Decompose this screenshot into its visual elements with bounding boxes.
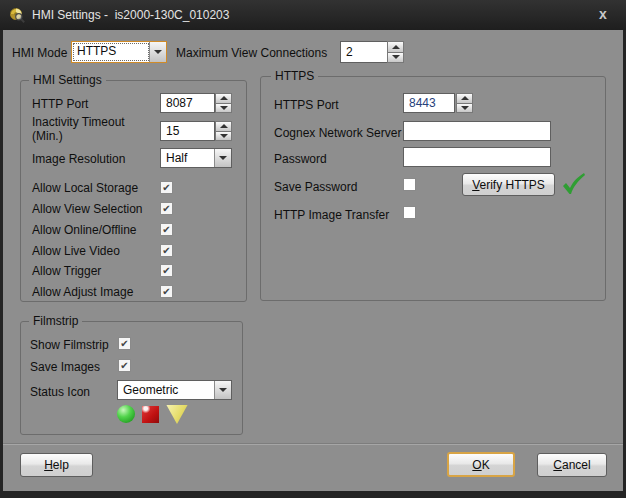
password-input[interactable]	[403, 147, 551, 167]
verify-https-button[interactable]: Verify HTTPS	[462, 173, 555, 196]
inactivity-timeout-stepper[interactable]	[215, 121, 232, 141]
image-resolution-value: Half	[161, 149, 214, 167]
allow-live-video-checkbox[interactable]: ✔	[160, 244, 173, 257]
chevron-down-icon[interactable]	[214, 381, 231, 399]
max-view-connections-label: Maximum View Connections	[176, 46, 327, 60]
https-group-title: HTTPS	[271, 69, 318, 83]
https-port-stepper[interactable]	[456, 93, 473, 113]
allow-local-storage-checkbox[interactable]: ✔	[160, 181, 173, 194]
password-label: Password	[274, 152, 327, 166]
help-button-label: Help	[44, 458, 69, 472]
save-password-checkbox[interactable]	[403, 178, 416, 191]
allow-adjust-image-label: Allow Adjust Image	[32, 285, 133, 299]
allow-trigger-label: Allow Trigger	[32, 264, 101, 278]
chevron-down-icon[interactable]	[149, 42, 166, 62]
allow-view-selection-checkbox[interactable]: ✔	[160, 202, 173, 215]
allow-adjust-image-checkbox[interactable]: ✔	[160, 285, 173, 298]
allow-online-offline-checkbox[interactable]: ✔	[160, 223, 173, 236]
max-view-connections-stepper[interactable]	[387, 41, 404, 63]
inactivity-timeout-label-units: (Min.)	[32, 129, 63, 143]
allow-local-storage-label: Allow Local Storage	[32, 181, 138, 195]
ok-button[interactable]: OK	[447, 452, 515, 477]
footer-separator	[3, 443, 623, 445]
status-icon-value: Geometric	[118, 381, 214, 399]
allow-trigger-checkbox[interactable]: ✔	[160, 264, 173, 277]
green-circle-icon	[117, 405, 135, 423]
chevron-down-icon[interactable]	[214, 149, 231, 167]
http-port-stepper[interactable]	[215, 93, 232, 113]
spin-down-icon[interactable]	[456, 104, 473, 114]
cognex-network-server-label: Cognex Network Server	[274, 126, 401, 140]
close-button[interactable]: x	[592, 5, 614, 25]
status-icon-label: Status Icon	[30, 385, 90, 399]
https-port-input[interactable]: 8443	[403, 93, 455, 113]
spin-up-icon[interactable]	[215, 93, 232, 104]
inactivity-timeout-label: Inactivity Timeout	[32, 115, 125, 129]
green-checkmark-icon	[560, 171, 586, 197]
allow-online-offline-label: Allow Online/Offline	[32, 223, 137, 237]
show-filmstrip-checkbox[interactable]: ✔	[118, 337, 131, 350]
hmi-settings-group-title: HMI Settings	[29, 73, 106, 87]
title-bar[interactable]: HMI Settings - is2000-130C_010203 x	[0, 0, 626, 30]
red-square-icon	[142, 406, 159, 423]
http-port-label: HTTP Port	[32, 97, 88, 111]
allow-view-selection-label: Allow View Selection	[32, 202, 143, 216]
hmi-mode-label: HMI Mode	[12, 46, 67, 60]
window-title: HMI Settings - is2000-130C_010203	[32, 8, 229, 22]
http-port-input[interactable]: 8087	[160, 93, 215, 113]
save-password-label: Save Password	[274, 180, 357, 194]
status-icon-dropdown[interactable]: Geometric	[117, 380, 232, 400]
spin-down-icon[interactable]	[215, 104, 232, 114]
hmi-mode-value: HTTPS	[72, 42, 149, 62]
verify-https-button-label: Verify HTTPS	[472, 178, 545, 192]
hmi-settings-dialog: HMI Settings - is2000-130C_010203 x HMI …	[0, 0, 626, 498]
image-resolution-dropdown[interactable]: Half	[160, 148, 232, 168]
show-filmstrip-label: Show Filmstrip	[30, 338, 109, 352]
spin-down-icon[interactable]	[215, 132, 232, 142]
filmstrip-group-title: Filmstrip	[29, 314, 82, 328]
help-button[interactable]: Help	[20, 453, 93, 477]
insight-magnifier-icon	[9, 7, 25, 23]
http-image-transfer-checkbox[interactable]	[403, 206, 416, 219]
spin-up-icon[interactable]	[387, 41, 404, 53]
inactivity-timeout-input[interactable]: 15	[160, 121, 215, 141]
save-images-checkbox[interactable]: ✔	[118, 359, 131, 372]
http-image-transfer-label: HTTP Image Transfer	[274, 208, 389, 222]
cancel-button-label: Cancel	[553, 458, 590, 472]
spin-up-icon[interactable]	[456, 93, 473, 104]
spin-down-icon[interactable]	[387, 53, 404, 64]
allow-live-video-label: Allow Live Video	[32, 244, 120, 258]
image-resolution-label: Image Resolution	[32, 152, 125, 166]
ok-button-label: OK	[472, 458, 489, 472]
max-view-connections-input[interactable]: 2	[340, 41, 388, 63]
spin-up-icon[interactable]	[215, 121, 232, 132]
cancel-button[interactable]: Cancel	[537, 453, 607, 477]
hmi-mode-dropdown[interactable]: HTTPS	[71, 41, 167, 63]
https-port-label: HTTPS Port	[274, 98, 339, 112]
save-images-label: Save Images	[30, 360, 100, 374]
cognex-network-server-input[interactable]	[403, 121, 551, 141]
